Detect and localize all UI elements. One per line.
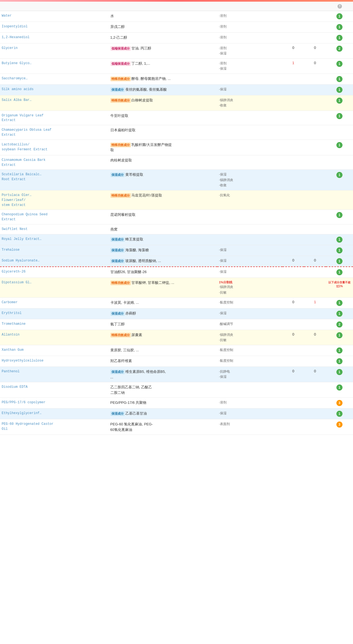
ingredient-tag: 低端保湿成分 bbox=[110, 46, 131, 51]
irritant-rating-cell bbox=[304, 95, 326, 111]
acne-rating-cell: 0 bbox=[282, 367, 304, 382]
safety-badge-cell: 1 bbox=[326, 267, 353, 278]
safety-badge: 1 bbox=[336, 347, 342, 354]
ingredient-props-cell: ·保湿 bbox=[217, 85, 282, 95]
safety-badge: 1 bbox=[336, 76, 342, 82]
ingredient-name-cell: Chamaecyparis Obtusa Leaf Extract bbox=[0, 125, 109, 140]
safety-help-icon[interactable]: ? bbox=[338, 4, 342, 9]
ingredient-name: Swiftlet Nest bbox=[2, 227, 28, 231]
property-item: ·镇静消炎 bbox=[219, 284, 281, 290]
table-row[interactable]: Carbomer卡波莫, 卡波姆, ...·黏度控制011 bbox=[0, 297, 353, 308]
table-row[interactable]: PEG-60 Hydrogenated Castor OilPEG-60 氢化蓖… bbox=[0, 419, 353, 435]
ingredient-name-cell: Butylene Glyco… bbox=[0, 58, 109, 74]
ingredient-props-cell: ·溶剂 bbox=[217, 32, 282, 43]
table-row[interactable]: Salix Alba Bar…特殊功效成分白柳树皮提取·镇静消炎·收敛1 bbox=[0, 95, 353, 111]
ingredient-tag: 保湿成分 bbox=[110, 411, 125, 416]
table-row[interactable]: Dipotassium Gl…特殊功效成分甘草酸钾, 甘草酸二钾盐, ...1%… bbox=[0, 278, 353, 297]
ingredient-props-cell: ·黏度控制 bbox=[217, 297, 282, 308]
table-row[interactable]: Tromethamine氨丁三醇·酸碱调节2 bbox=[0, 319, 353, 330]
table-row[interactable]: Cinnamomum Cassia Bark Extract肉桂树皮提取 bbox=[0, 155, 353, 170]
safety-badge: 1 bbox=[336, 369, 342, 375]
ingredient-chinese-cell: 特殊功效成分酵母, 酵母菌胞溶产物, ... bbox=[109, 74, 217, 85]
table-row[interactable]: Glycerin低端保湿成分甘油, 丙三醇·溶剂·保湿002 bbox=[0, 43, 353, 58]
irritant-rating-cell bbox=[304, 140, 326, 155]
ingredient-name-cell: PEG/PPG-17/6 copolymer bbox=[0, 398, 109, 409]
acne-rating-cell bbox=[282, 11, 304, 22]
table-row[interactable]: Swiftlet Nest燕窝 bbox=[0, 224, 353, 234]
table-row[interactable]: Isopentyldiol异戊二醇·溶剂1 bbox=[0, 22, 353, 32]
col-header-safety[interactable]: ? bbox=[326, 2, 353, 11]
safety-badge-cell: 1 bbox=[326, 234, 353, 245]
table-row[interactable]: Hydroxyethylcellulose羟乙基纤维素·黏度控制1 bbox=[0, 356, 353, 367]
table-row[interactable]: Xanthan Gum黄原胶, 三仙胶, ...·黏度控制1 bbox=[0, 345, 353, 356]
ingredient-props-cell bbox=[217, 140, 282, 155]
irritant-rating-cell bbox=[304, 278, 326, 297]
safety-badge-cell: 3 bbox=[326, 419, 353, 435]
table-row[interactable]: Portulaca Oler… Flower/leaf/ stem Extrac… bbox=[0, 190, 353, 210]
property-item: ·保湿 bbox=[219, 311, 281, 316]
irritant-rating-cell bbox=[304, 345, 326, 356]
ingredient-tag: 特殊功效成分 bbox=[110, 77, 131, 81]
property-item: ·黏度控制 bbox=[219, 347, 281, 353]
table-row[interactable]: Saccharomyce…特殊功效成分酵母, 酵母菌胞溶产物, ...1 bbox=[0, 74, 353, 85]
table-row[interactable]: Ethylhexylglycerinf…保湿成分乙基己基甘油·保湿1 bbox=[0, 409, 353, 419]
ingredient-name-cell: Chenopodium Quinoa Seed Extract bbox=[0, 210, 109, 224]
ingredient-chinese-cell: 肉桂树皮提取 bbox=[109, 155, 217, 170]
safety-badge: 3 bbox=[336, 422, 342, 428]
ingredient-name-cell: 1,2-Hexanediol bbox=[0, 32, 109, 43]
property-item: ·镇静消炎 bbox=[219, 332, 281, 337]
table-row[interactable]: Royal Jelly Extract…保湿成分蜂王浆提取1 bbox=[0, 234, 353, 245]
safety-badge-cell: 1 bbox=[326, 308, 353, 319]
ingredient-name-cell: Disodium EDTA bbox=[0, 382, 109, 398]
ingredient-chinese-name: 牛至叶提取 bbox=[110, 114, 128, 118]
table-row[interactable]: Panthenol保湿成分维生素原B5, 维他命原B5, ...·抗静电·保湿0… bbox=[0, 367, 353, 382]
ingredient-props-cell: ·溶剂 bbox=[217, 11, 282, 22]
table-row[interactable]: Trehalose保湿成分海藻醣, 海藻糖·保湿1 bbox=[0, 245, 353, 256]
ingredient-chinese-cell: 氨丁三醇 bbox=[109, 319, 217, 330]
ingredient-chinese-name: 日本扁柏叶提取 bbox=[110, 128, 136, 132]
ingredient-name-cell: Origanum Vulgare Leaf Extract bbox=[0, 111, 109, 125]
table-row[interactable]: Lactobacillus/ soybean Ferment Extract特殊… bbox=[0, 140, 353, 155]
ingredient-chinese-name: 黄原胶, 三仙胶, ... bbox=[110, 348, 139, 352]
safety-badge-cell: 1 bbox=[326, 95, 353, 111]
acne-rating-cell bbox=[282, 155, 304, 170]
acne-rating-cell bbox=[282, 345, 304, 356]
table-row[interactable]: Chamaecyparis Obtusa Leaf Extract日本扁柏叶提取 bbox=[0, 125, 353, 140]
ingredient-chinese-cell: 低端保湿成分丁二醇, 1,... bbox=[109, 58, 217, 74]
table-row[interactable]: PEG/PPG-17/6 copolymerPEG/PPG-17/6 共聚物·溶… bbox=[0, 398, 353, 409]
safety-badge: 1 bbox=[336, 300, 342, 306]
safety-badge-cell: 1 bbox=[326, 22, 353, 32]
property-item: ·抗静电 bbox=[219, 369, 281, 374]
table-row[interactable]: Water水·溶剂1 bbox=[0, 11, 353, 22]
table-row[interactable]: Sodium Hyaluronate…保湿成分玻尿酸, 透明质酸钠, ...·保… bbox=[0, 256, 353, 267]
irritant-rating-cell bbox=[304, 419, 326, 435]
ingredient-props-cell: ·溶剂·保湿 bbox=[217, 58, 282, 74]
ingredient-chinese-name: 昆诺阿藜籽提取 bbox=[110, 213, 136, 217]
irritant-rating-cell bbox=[304, 190, 326, 210]
safety-badge: 1 bbox=[336, 212, 342, 218]
table-row[interactable]: 1,2-Hexanediol1,2-己二醇·溶剂1 bbox=[0, 32, 353, 43]
ingredient-name: Water bbox=[2, 14, 12, 18]
ingredient-chinese-cell: 特殊功效成分甘草酸钾, 甘草酸二钾盐, ... bbox=[109, 278, 217, 297]
table-row[interactable]: Origanum Vulgare Leaf Extract牛至叶提取1 bbox=[0, 111, 353, 125]
table-row[interactable]: Glycereth-26甘油醇26, 甘油聚醚-26·保湿1 bbox=[0, 267, 353, 278]
irritant-rating-cell: 0 bbox=[304, 330, 326, 345]
ingredient-props-cell: ·镇静消炎·抗敏 bbox=[217, 330, 282, 345]
table-row[interactable]: Chenopodium Quinoa Seed Extract昆诺阿藜籽提取1 bbox=[0, 210, 353, 224]
table-row[interactable]: Silk amino acids保湿成分蚕丝的氨基酸, 蚕丝氨基酸·保湿1 bbox=[0, 85, 353, 95]
table-row[interactable]: Disodium EDTA乙二胺四乙基二钠, 乙酸乙 二胺二钠1 bbox=[0, 382, 353, 398]
table-row[interactable]: Allantoin特殊功效成分尿囊素·镇静消炎·抗敏001 bbox=[0, 330, 353, 345]
safety-badge-cell: 1 bbox=[326, 356, 353, 367]
ingredient-props-cell: 1%分割线·镇静消炎·抗敏 bbox=[217, 278, 282, 297]
table-row[interactable]: Erythritol保湿成分赤藓醇·保湿1 bbox=[0, 308, 353, 319]
ingredient-chinese-cell: 保湿成分海藻醣, 海藻糖 bbox=[109, 245, 217, 256]
ingredient-name-cell: Allantoin bbox=[0, 330, 109, 345]
table-row[interactable]: Scutellaria Baicalc… Root Extract保湿成分黄芩根… bbox=[0, 170, 353, 190]
ingredient-name-cell: Silk amino acids bbox=[0, 85, 109, 95]
safety-badge: 1 bbox=[336, 332, 342, 338]
ingredient-props-cell bbox=[217, 224, 282, 234]
ingredient-chinese-name: 甘草酸钾, 甘草酸二钾盐, ... bbox=[131, 281, 174, 285]
ingredient-chinese-name: 乙基己基甘油 bbox=[125, 411, 147, 415]
table-row[interactable]: Butylene Glyco…低端保湿成分丁二醇, 1,...·溶剂·保湿101 bbox=[0, 58, 353, 74]
irritant-rating-cell: 0 bbox=[304, 256, 326, 267]
